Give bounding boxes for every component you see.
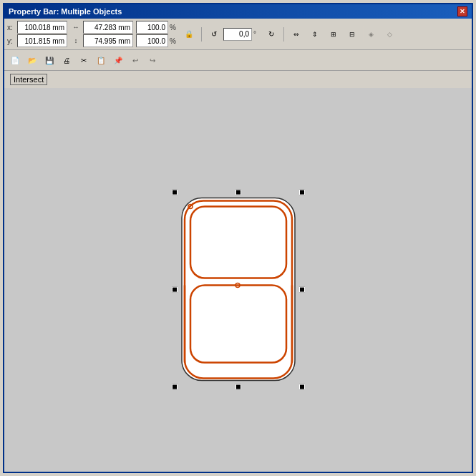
print-icon: 🖨 <box>63 57 70 64</box>
cut-icon: ✂ <box>81 57 87 64</box>
shape-drawing <box>175 193 302 387</box>
property-bar: x: y: ↔ ↕ % <box>4 19 472 50</box>
break-icon: ◇ <box>387 31 392 38</box>
w-row: ↔ <box>70 21 133 34</box>
lock-icon: 🔒 <box>185 30 193 38</box>
save-icon: 💾 <box>45 57 54 64</box>
rotate-ccw-button[interactable]: ↺ <box>206 26 222 42</box>
paste-button[interactable]: 📌 <box>110 52 126 68</box>
undo-icon: ↩ <box>132 57 138 64</box>
separator-2 <box>283 27 284 42</box>
paste-icon: 📌 <box>114 57 122 64</box>
secondary-toolbar: 📄 📂 💾 🖨 ✂ 📋 📌 ↩ ↪ <box>4 50 472 71</box>
percent-h-label: % <box>170 37 178 45</box>
ungroup-icon: ⊟ <box>349 31 355 38</box>
open-icon: 📂 <box>28 57 37 64</box>
rotate-input[interactable] <box>223 28 252 41</box>
separator-1 <box>201 27 202 42</box>
svg-rect-0 <box>182 198 295 381</box>
break-button[interactable]: ◇ <box>382 26 397 42</box>
tooltip-area: Intersect <box>7 72 469 87</box>
combine-icon: ◈ <box>369 31 374 38</box>
save-button[interactable]: 💾 <box>42 52 57 68</box>
scale-w-input[interactable] <box>136 21 168 34</box>
mirror-h-button[interactable]: ⇔ <box>288 26 304 42</box>
intersect-label: Intersect <box>10 74 47 85</box>
y-input[interactable] <box>17 34 67 47</box>
h-row: ↕ <box>70 34 133 47</box>
ungroup-button[interactable]: ⊟ <box>344 26 360 42</box>
size-group: ↔ ↕ <box>70 21 133 47</box>
scale-group: % % <box>136 21 178 47</box>
new-button[interactable]: 📄 <box>7 52 23 68</box>
height-icon: ↕ <box>70 35 82 47</box>
x-input[interactable] <box>17 21 67 34</box>
copy-icon: 📋 <box>97 57 105 64</box>
combine-button[interactable]: ◈ <box>363 26 379 42</box>
scale-h-row: % <box>136 34 178 47</box>
mirror-v-icon: ⇕ <box>312 31 318 38</box>
rotate-cw-icon: ↻ <box>268 30 274 38</box>
mirror-v-button[interactable]: ⇕ <box>307 26 323 42</box>
undo-button[interactable]: ↩ <box>127 52 143 68</box>
rotate-cw-button[interactable]: ↻ <box>263 26 279 42</box>
percent-w-label: % <box>170 24 178 31</box>
canvas-content: × <box>175 193 302 387</box>
canvas-area: × <box>4 88 472 472</box>
position-group: x: y: <box>7 21 67 47</box>
close-button[interactable]: ✕ <box>457 6 467 16</box>
scale-w-row: % <box>136 21 178 34</box>
window-title: Property Bar: Multiple Objects <box>9 7 122 16</box>
rotate-ccw-icon: ↺ <box>211 30 217 38</box>
redo-button[interactable]: ↪ <box>145 52 160 68</box>
redo-icon: ↪ <box>150 57 155 64</box>
scale-h-input[interactable] <box>136 34 168 47</box>
cut-button[interactable]: ✂ <box>76 52 92 68</box>
rotate-group: ↺ ° ↻ <box>206 26 279 42</box>
new-icon: 📄 <box>11 57 19 64</box>
width-input[interactable] <box>83 21 133 34</box>
main-window: Property Bar: Multiple Objects ✕ x: y: ↔… <box>3 3 473 473</box>
group-icon: ⊞ <box>331 31 336 38</box>
copy-button[interactable]: 📋 <box>93 52 109 68</box>
x-row: x: <box>7 21 67 34</box>
mirror-h-icon: ⇔ <box>293 31 299 38</box>
y-label: y: <box>7 37 16 45</box>
open-button[interactable]: 📂 <box>24 52 40 68</box>
selection-box: × <box>175 193 302 387</box>
title-bar: Property Bar: Multiple Objects ✕ <box>4 4 472 19</box>
group-button[interactable]: ⊞ <box>326 26 341 42</box>
lock-aspect-button[interactable]: 🔒 <box>181 26 197 42</box>
height-input[interactable] <box>83 34 133 47</box>
degree-label: ° <box>253 30 262 38</box>
print-button[interactable]: 🖨 <box>59 52 74 68</box>
width-icon: ↔ <box>70 21 82 33</box>
x-label: x: <box>7 24 16 31</box>
y-row: y: <box>7 34 67 47</box>
